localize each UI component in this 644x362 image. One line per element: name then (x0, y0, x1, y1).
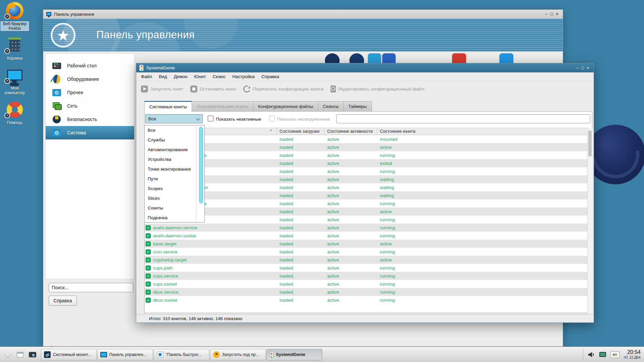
toolbar-button[interactable]: Редактировать конфигурационный файл: (331, 85, 426, 93)
unit-type-dropdown[interactable]: Все (145, 114, 203, 123)
tab[interactable]: Конфигурационные файлы (253, 101, 318, 112)
display-tray-icon[interactable] (599, 352, 606, 357)
keyboard-layout-indicator[interactable]: en (610, 351, 620, 358)
clock[interactable]: 20:54 ЧТ, 22 ДЕК (624, 349, 641, 360)
table-row[interactable]: ✔ er loaded active waiting (145, 183, 587, 191)
table-scrollbar[interactable] (587, 128, 592, 319)
task-button[interactable]: Запустить под пр... (210, 349, 266, 360)
volume-icon[interactable] (588, 351, 595, 358)
unit-enabled-checkbox-icon[interactable]: ✔ (146, 249, 151, 254)
unit-enabled-checkbox-icon[interactable]: ✔ (146, 257, 151, 262)
dropdown-option[interactable]: Пути (145, 174, 196, 184)
unit-enabled-checkbox-icon[interactable]: ✔ (146, 274, 151, 279)
control-panel-titlebar[interactable]: Панель управления – □ × (43, 10, 563, 19)
dropdown-option[interactable]: Slices (145, 193, 196, 203)
table-row[interactable]: ✔ basic.target loaded active active (145, 240, 587, 248)
table-row[interactable]: ✔ loaded active running (145, 167, 587, 175)
table-row[interactable]: ✔ e loaded active running (145, 151, 587, 159)
menu-item[interactable]: Сеанс (209, 72, 229, 81)
menu-item[interactable]: Вид (155, 72, 170, 81)
toolbar-button[interactable]: Перечитать конфигурацию юнита (243, 85, 324, 93)
table-row[interactable]: ✔ dbus.socket loaded active running (145, 296, 587, 304)
toolbar-button[interactable]: Остановить юнит (190, 85, 236, 93)
dropdown-option[interactable]: Устройства (145, 155, 196, 164)
task-button[interactable]: Системный монит... (41, 349, 97, 360)
table-row[interactable]: ✔ cryptsetup.target loaded active active (145, 256, 587, 264)
unit-filter-input[interactable] (336, 114, 590, 123)
sidebar-category-item[interactable]: Оборудование (46, 72, 134, 86)
unit-enabled-checkbox-icon[interactable]: ✔ (146, 298, 151, 303)
show-inactive-label[interactable]: Показать неактивные (216, 117, 261, 122)
table-row[interactable]: ✔ loaded active waiting (145, 175, 587, 183)
table-row[interactable]: ✔ loaded active waiting (145, 191, 587, 199)
launcher-star-icon[interactable]: ★ (4, 350, 11, 359)
maximize-button[interactable]: □ (580, 65, 585, 71)
show-inactive-checkbox[interactable] (208, 116, 213, 121)
active-state-column-header[interactable]: Состояние активности (325, 128, 377, 135)
desktop-icon[interactable]: ↗ Помощь (0, 100, 30, 125)
dropdown-option[interactable]: Автомонтирование (145, 145, 196, 155)
menu-item[interactable]: Справка (258, 72, 283, 81)
dropdown-option[interactable]: Службы (145, 135, 196, 145)
dropdown-option[interactable]: Сокеты (145, 203, 196, 213)
menu-item[interactable]: Файл (138, 72, 155, 81)
tab[interactable]: Таймеры (343, 101, 372, 112)
systemdgenie-titlebar[interactable]: SystemdGenie – □ × (136, 63, 594, 72)
show-desktop-icon[interactable] (17, 352, 23, 357)
unit-enabled-checkbox-icon[interactable]: ✔ (146, 233, 151, 238)
close-button[interactable]: × (554, 11, 560, 17)
toolbar-button[interactable]: Запустить юнит (141, 85, 183, 93)
sidebar-category-item[interactable]: Сеть (46, 99, 134, 113)
tab[interactable]: Системные юниты (144, 101, 192, 112)
unit-enabled-checkbox-icon[interactable]: ✔ (146, 241, 151, 246)
load-state-column-header[interactable]: Состояние загрузки (277, 128, 325, 135)
unit-enabled-checkbox-icon[interactable]: ✔ (146, 265, 151, 270)
help-button[interactable]: Справка (49, 296, 77, 306)
task-button[interactable]: SystemdGenie (266, 349, 322, 360)
sidebar-category-item[interactable]: Система (46, 126, 134, 139)
sidebar-category-item[interactable]: Прочее (46, 86, 134, 99)
screenshot-icon[interactable] (29, 352, 36, 357)
table-row[interactable]: ✔ cups.path loaded active running (145, 264, 587, 272)
menu-item[interactable]: Юнит (191, 72, 209, 81)
minimize-button[interactable]: – (575, 65, 580, 71)
minimize-button[interactable]: – (544, 11, 549, 17)
table-row[interactable]: ✔ cups.socket loaded active running (145, 280, 587, 288)
unit-enabled-checkbox-icon[interactable]: ✔ (146, 225, 151, 230)
scrollbar-thumb[interactable] (588, 130, 592, 157)
unit-enabled-checkbox-icon[interactable]: ✔ (146, 282, 151, 287)
table-row[interactable]: ✔ cron.service loaded active running (145, 248, 587, 256)
popup-scrollbar-thumb[interactable] (199, 127, 203, 203)
table-row[interactable]: ✔ loaded active active (145, 207, 587, 216)
table-row[interactable]: ✔ loaded active active (145, 143, 587, 151)
table-header[interactable]: ^ Состояние загрузки Состояние активност… (145, 128, 587, 135)
dropdown-option[interactable]: Все (145, 125, 196, 135)
table-row[interactable]: ✔ e loaded active running (145, 199, 587, 207)
task-button[interactable]: Панель управлен... (97, 349, 153, 360)
desktop-icon[interactable]: ↗ Корзина (0, 36, 30, 61)
dropdown-option[interactable]: Scopes (145, 184, 196, 193)
table-row[interactable]: ✔ auditd.service loaded active running (145, 216, 587, 224)
table-row[interactable]: ✔ avahi-daemon.socket loaded active runn… (145, 232, 587, 240)
table-row[interactable]: ✔ dbus.service loaded active running (145, 288, 587, 296)
sidebar-category-item[interactable]: Рабочий стол (46, 59, 134, 72)
table-row[interactable]: ✔ loaded active exited (145, 159, 587, 167)
table-row[interactable]: ✔ loaded active mounted (145, 135, 587, 143)
unit-enabled-checkbox-icon[interactable]: ✔ (146, 290, 151, 295)
tab[interactable]: Сеансы (318, 101, 344, 112)
close-button[interactable]: × (585, 65, 591, 71)
dropdown-option[interactable]: Точки монтирования (145, 164, 196, 174)
tab[interactable]: Пользовательские юниты (192, 101, 253, 112)
desktop-icon[interactable]: ↗ Мой компьютер (0, 66, 30, 96)
menu-item[interactable]: Настройка (229, 72, 258, 81)
task-button[interactable]: "Панель быстрог... (154, 349, 209, 360)
menu-item[interactable]: Демон (170, 72, 191, 81)
search-input[interactable] (49, 283, 133, 292)
desktop-icon[interactable]: ↗ Веб-браузер Firefox (0, 1, 30, 31)
sidebar-category-item[interactable]: Безопасность (46, 113, 134, 126)
table-row[interactable]: ✔ avahi-daemon.service loaded active run… (145, 224, 587, 232)
dropdown-option[interactable]: Подкачка (145, 213, 196, 223)
table-row[interactable]: ✔ cups.service loaded active running (145, 272, 587, 280)
maximize-button[interactable]: □ (549, 11, 554, 17)
unit-state-column-header[interactable]: Состояние юнита (377, 128, 587, 135)
